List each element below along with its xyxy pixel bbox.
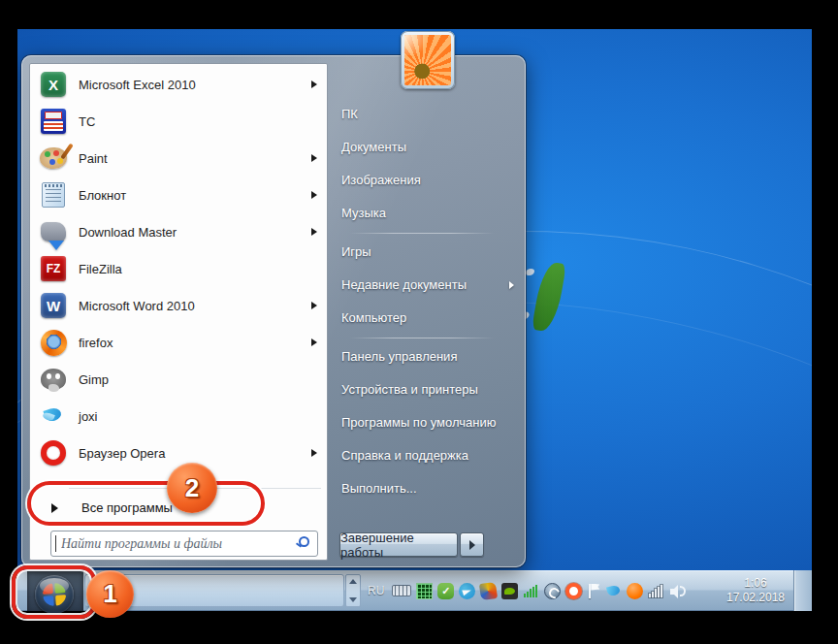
submenu-arrow-icon [311,228,317,236]
taskbar-clock[interactable]: 1:06 17.02.2018 [718,571,793,610]
excel-icon: X [39,70,68,99]
program-item-filezilla[interactable]: FZ FileZilla [30,250,327,287]
paint-icon [39,144,68,173]
start-menu-program-list: X Microsoft Excel 2010 TC Paint Блокнот … [29,63,328,561]
shutter-tray-icon[interactable] [544,583,561,599]
system-tray: RU ✓ [365,570,687,611]
submenu-arrow-icon [311,191,317,199]
green-check-tray-icon[interactable]: ✓ [437,583,454,599]
start-button[interactable] [35,575,74,614]
submenu-arrow-icon [311,338,317,346]
submenu-arrow-icon [509,281,514,289]
menu-item-documents[interactable]: Документы [341,131,514,164]
menu-item-devices-printers[interactable]: Устройства и принтеры [341,373,514,406]
program-item-notepad[interactable]: Блокнот [30,177,327,213]
menu-item-music[interactable]: Музыка [341,197,514,230]
submenu-arrow-icon [311,302,317,309]
all-programs-button[interactable]: Все программы [30,492,327,524]
program-item-firefox[interactable]: firefox [30,324,327,361]
opera-icon [39,438,68,467]
notepad-icon [39,180,68,209]
volume-icon[interactable] [669,583,687,599]
clock-date: 17.02.2018 [726,591,785,605]
menu-item-help-support[interactable]: Справка и поддержка [341,439,514,472]
joxi-icon [39,402,68,431]
menu-item-computer[interactable]: Компьютер [341,302,514,335]
clock-time: 1:06 [744,576,766,591]
joxi-tray-icon[interactable] [605,583,622,599]
text-caret [55,535,56,552]
scroll-down-icon [349,597,357,602]
total-commander-icon [39,107,68,136]
menu-item-recent-documents[interactable]: Недавние документы [341,269,514,302]
submenu-arrow-icon [311,80,317,88]
gimp-icon [39,365,68,394]
menu-item-control-panel[interactable]: Панель управления [341,340,514,373]
search-icon [299,536,309,547]
download-master-icon [39,217,68,246]
search-input[interactable] [50,531,318,557]
avast-tray-icon[interactable] [627,583,643,599]
green-grid-tray-icon[interactable] [416,583,433,599]
orange-ring-tray-icon[interactable] [565,583,582,599]
program-list-separator [69,488,321,489]
toolbar-scroll-control[interactable] [345,574,361,607]
telegram-tray-icon[interactable] [459,583,475,599]
quick-launch-toolbar[interactable] [84,574,344,607]
menu-item-run[interactable]: Выполнить... [341,472,514,505]
start-menu-right-column: ПК Документы Изображения Музыка Игры Нед… [341,98,514,505]
user-picture-flower [404,35,451,85]
program-item-paint[interactable]: Paint [30,140,327,177]
shutdown-button[interactable]: Завершение работы [339,532,458,557]
menu-item-default-programs[interactable]: Программы по умолчанию [341,406,514,439]
signal-green-tray-icon[interactable] [523,583,539,599]
scroll-up-icon [349,579,357,584]
submenu-arrow-icon [311,154,317,162]
nvidia-tray-icon[interactable] [501,583,518,599]
signal-gray-tray-icon[interactable] [648,583,664,599]
program-item-excel[interactable]: X Microsoft Excel 2010 [30,66,327,103]
program-item-tc[interactable]: TC [30,103,327,140]
submenu-arrow-icon [311,449,317,457]
shutdown-options-button[interactable] [460,532,484,557]
program-item-opera[interactable]: Браузер Opera [30,435,327,471]
keyboard-icon[interactable] [392,585,411,596]
language-indicator[interactable]: RU [365,584,387,597]
right-column-separator [341,335,514,340]
word-icon: W [39,291,68,320]
program-item-word[interactable]: W Microsoft Word 2010 [30,287,327,324]
orb-glare [40,578,69,594]
download-master-tray-icon[interactable] [479,581,498,599]
firefox-icon [39,328,68,357]
action-center-flag-icon[interactable] [587,583,600,599]
filezilla-icon: FZ [39,254,68,283]
show-desktop-button[interactable] [793,570,812,611]
user-picture-frame[interactable] [401,31,455,89]
program-item-download-master[interactable]: Download Master [30,213,327,250]
shutdown-arrow-icon [469,540,475,550]
menu-item-user[interactable]: ПК [341,98,514,131]
menu-item-games[interactable]: Игры [341,236,514,269]
program-item-gimp[interactable]: Gimp [30,361,327,398]
program-item-joxi[interactable]: joxi [30,398,327,435]
menu-item-pictures[interactable]: Изображения [341,164,514,197]
expand-arrow-icon [51,503,58,513]
right-column-separator [341,230,514,236]
